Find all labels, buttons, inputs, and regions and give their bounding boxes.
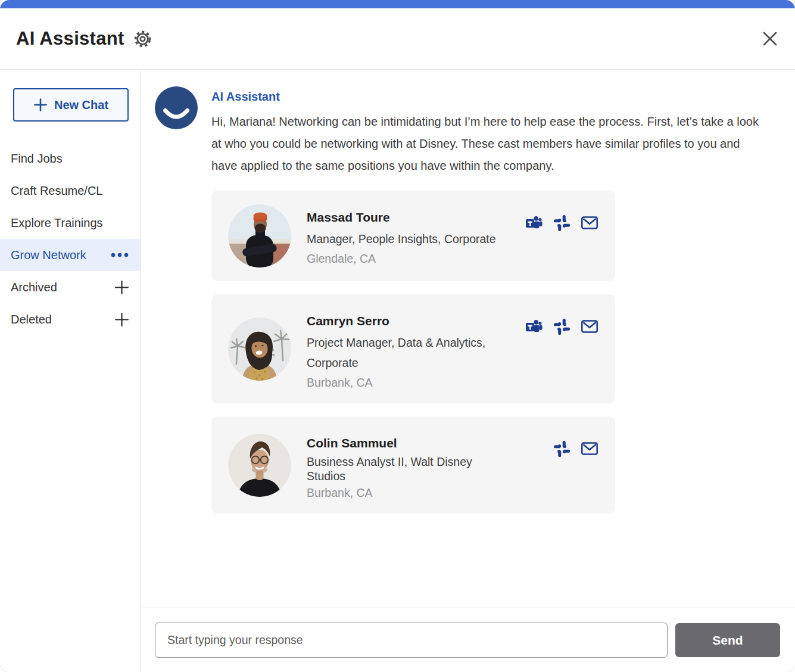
contact-card[interactable]: Camryn Serro Project Manager, Data & Ana… bbox=[211, 294, 615, 403]
plus-icon bbox=[33, 98, 48, 112]
sidebar-item-label: Craft Resume/CL bbox=[11, 184, 103, 198]
chat-scroll-area: AI Assistant Hi, Mariana! Networking can… bbox=[141, 70, 795, 608]
sidebar-item-find-jobs[interactable]: Find Jobs bbox=[0, 142, 141, 175]
page-title: AI Assistant bbox=[16, 28, 124, 49]
assistant-message: AI Assistant Hi, Mariana! Networking can… bbox=[155, 86, 795, 527]
sidebar-item-label: Find Jobs bbox=[11, 152, 63, 166]
contact-actions bbox=[525, 204, 598, 267]
contact-actions bbox=[553, 430, 598, 500]
contact-location: Glendale, CA bbox=[307, 252, 525, 266]
contact-location: Burbank, CA bbox=[307, 376, 525, 390]
sidebar-item-label: Deleted bbox=[11, 313, 52, 326]
profile-photo bbox=[228, 318, 291, 381]
contact-card-list: Massad Toure Manager, People Insights, C… bbox=[211, 191, 762, 514]
sidebar-item-label: Explore Trainings bbox=[11, 216, 103, 230]
teams-icon[interactable] bbox=[525, 214, 543, 232]
contact-info: Camryn Serro Project Manager, Data & Ana… bbox=[307, 308, 525, 390]
dialog-body: New Chat Find Jobs Craft Resume/CL Explo… bbox=[0, 70, 795, 672]
sidebar-item-label: Grow Network bbox=[11, 248, 86, 262]
composer-bar: Send bbox=[141, 608, 795, 672]
mail-icon[interactable] bbox=[581, 440, 598, 458]
slack-icon[interactable] bbox=[553, 440, 570, 458]
teams-icon[interactable] bbox=[525, 318, 543, 335]
sidebar: New Chat Find Jobs Craft Resume/CL Explo… bbox=[0, 70, 141, 672]
sidebar-item-deleted[interactable]: Deleted bbox=[0, 303, 141, 335]
sender-name: AI Assistant bbox=[211, 90, 762, 104]
sidebar-item-craft-resume[interactable]: Craft Resume/CL bbox=[0, 175, 141, 207]
message-text: Hi, Mariana! Networking can be intimidat… bbox=[211, 111, 762, 177]
sidebar-item-explore-trainings[interactable]: Explore Trainings bbox=[0, 207, 141, 239]
contact-title: Manager, People Insights, Corporate bbox=[307, 229, 512, 249]
sidebar-item-archived[interactable]: Archived bbox=[0, 271, 141, 303]
mail-icon[interactable] bbox=[581, 318, 598, 335]
ai-assistant-dialog: AI Assistant bbox=[0, 0, 795, 672]
response-input[interactable] bbox=[155, 623, 668, 658]
mail-icon[interactable] bbox=[581, 214, 598, 232]
plus-icon[interactable] bbox=[114, 280, 129, 295]
contact-info: Colin Sammuel Business Analyst II, Walt … bbox=[307, 430, 553, 500]
ellipsis-icon[interactable] bbox=[110, 253, 129, 257]
contact-card[interactable]: Massad Toure Manager, People Insights, C… bbox=[211, 191, 615, 281]
contact-name: Colin Sammuel bbox=[307, 436, 553, 450]
close-icon[interactable] bbox=[761, 30, 779, 48]
new-chat-button[interactable]: New Chat bbox=[13, 88, 129, 122]
new-chat-label: New Chat bbox=[54, 98, 108, 112]
contact-name: Massad Toure bbox=[307, 210, 525, 225]
contact-title: Business Analyst II, Walt Disney Studios bbox=[307, 455, 475, 483]
contact-name: Camryn Serro bbox=[307, 314, 525, 328]
contact-title: Project Manager, Data & Analytics, Corpo… bbox=[307, 332, 512, 373]
profile-photo bbox=[228, 434, 291, 497]
gear-icon[interactable] bbox=[133, 30, 152, 48]
chat-panel: AI Assistant Hi, Mariana! Networking can… bbox=[141, 70, 795, 672]
dialog-header: AI Assistant bbox=[0, 8, 795, 70]
slack-icon[interactable] bbox=[553, 318, 570, 335]
sidebar-item-grow-network[interactable]: Grow Network bbox=[0, 239, 141, 271]
contact-actions bbox=[525, 308, 598, 390]
sidebar-item-label: Archived bbox=[11, 281, 57, 294]
profile-photo bbox=[228, 204, 291, 267]
slack-icon[interactable] bbox=[553, 214, 570, 232]
contact-location: Burbank, CA bbox=[307, 486, 553, 500]
send-button[interactable]: Send bbox=[675, 623, 780, 657]
dialog-top-accent-bar bbox=[0, 0, 795, 8]
contact-info: Massad Toure Manager, People Insights, C… bbox=[307, 204, 525, 267]
smile-avatar bbox=[155, 86, 198, 129]
contact-card[interactable]: Colin Sammuel Business Analyst II, Walt … bbox=[211, 416, 615, 514]
message-body: AI Assistant Hi, Mariana! Networking can… bbox=[211, 86, 762, 527]
plus-icon[interactable] bbox=[114, 312, 129, 327]
